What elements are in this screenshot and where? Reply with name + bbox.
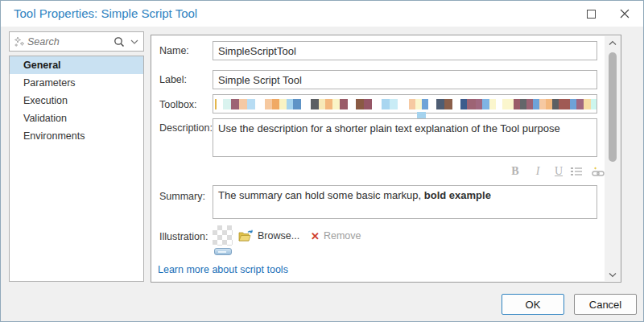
toolbox-strip-block	[476, 99, 482, 109]
vertical-scrollbar[interactable]	[605, 36, 621, 281]
sidebar-item-validation[interactable]: Validation	[10, 109, 143, 127]
maximize-icon	[587, 10, 596, 19]
toolbox-strip-block	[436, 99, 444, 109]
open-folder-icon	[238, 229, 254, 242]
summary-bold-text: bold example	[424, 189, 491, 201]
toolbox-strip-block	[452, 99, 460, 109]
italic-button[interactable]: I	[528, 163, 547, 180]
toolbox-strip-block	[570, 99, 576, 109]
toolbox-strip-block	[496, 99, 502, 109]
scrollbar-thumb[interactable]	[609, 52, 617, 162]
toolbox-strip-block	[301, 99, 311, 109]
toolbox-strip-block	[546, 99, 552, 109]
toolbox-strip-block	[539, 99, 546, 109]
summary-textarea[interactable]: The summary can hold some basic markup, …	[213, 185, 597, 219]
toolbox-strip-block	[559, 99, 570, 109]
bullet-list-icon	[570, 166, 589, 177]
toolbox-label: Toolbox:	[159, 99, 197, 110]
toolbox-strip-block	[325, 99, 332, 109]
close-icon	[620, 9, 630, 19]
toolbox-strip-block	[584, 99, 591, 109]
scroll-up-button[interactable]	[605, 36, 621, 49]
toolbox-strip-block	[482, 99, 489, 109]
title-bar: Tool Properties: Simple Script Tool	[1, 1, 643, 27]
toolbox-strip-block	[217, 99, 223, 109]
toolbox-strip-block	[552, 99, 559, 109]
toolbox-strip-block	[398, 99, 409, 109]
chevron-up-icon	[609, 40, 617, 46]
illustration-thumbnail	[213, 225, 233, 246]
toolbox-strip-block	[231, 99, 239, 109]
toolbox-strip-block	[239, 99, 247, 109]
remove-x-icon: ✕	[311, 230, 320, 242]
toolbox-strip-block	[382, 99, 390, 109]
toolbox-strip-block	[444, 99, 452, 109]
sparkle-icon	[14, 36, 26, 48]
label-input[interactable]	[213, 70, 597, 89]
summary-text: The summary can hold some basic markup,	[218, 189, 424, 201]
search-input[interactable]	[27, 33, 108, 50]
search-icon[interactable]	[113, 35, 126, 48]
close-button[interactable]	[609, 2, 640, 25]
sidebar-item-general[interactable]: General	[10, 56, 143, 74]
toolbox-strip-block	[279, 99, 287, 109]
remove-button[interactable]: ✕ Remove	[311, 227, 361, 245]
toolbox-strip-block	[223, 99, 231, 109]
toolbox-strip-block	[356, 99, 364, 109]
toolbox-strip-block	[415, 99, 422, 109]
toolbox-strip-block	[576, 99, 584, 109]
search-box	[9, 31, 144, 52]
toolbox-strip-block	[526, 99, 533, 109]
illustration-label: Illustration:	[159, 231, 208, 242]
toolbox-field[interactable]	[213, 94, 597, 114]
toolbox-strip-block	[340, 99, 348, 109]
toolbox-strip-block	[520, 99, 526, 109]
toolbox-strip-block	[364, 99, 372, 109]
toolbox-strip-block	[247, 99, 255, 109]
toolbox-strip-block	[390, 99, 398, 109]
toolbox-strip-block	[287, 99, 293, 109]
name-input[interactable]	[213, 41, 597, 60]
toolbox-strip-block	[372, 99, 382, 109]
settings-nav-list: GeneralParametersExecutionValidationEnvi…	[9, 56, 144, 282]
toolbox-strip-block	[265, 99, 272, 109]
toolbox-strip-block	[460, 99, 467, 109]
chevron-down-icon	[609, 272, 617, 278]
dialog-title: Tool Properties: Simple Script Tool	[14, 1, 197, 27]
toolbox-strip-block	[591, 99, 597, 109]
ok-button[interactable]: OK	[502, 294, 564, 315]
format-toolbar: B I U	[151, 163, 602, 180]
toolbox-strip-block	[255, 99, 265, 109]
general-settings-panel: Name: Label: Toolbox: Description: Use t…	[151, 35, 621, 283]
toolbox-strip-block	[311, 99, 319, 109]
underline-button[interactable]: U	[549, 163, 568, 180]
toolbox-strip-block	[533, 99, 539, 109]
toolbox-strip-block	[348, 99, 356, 109]
sidebar-item-execution[interactable]: Execution	[10, 92, 143, 109]
browse-label: Browse...	[258, 230, 299, 242]
toolbox-strip-block	[467, 99, 476, 109]
cancel-button[interactable]: Cancel	[574, 294, 637, 315]
search-options-chevron-icon[interactable]	[130, 38, 139, 46]
bullet-list-button[interactable]	[570, 163, 589, 180]
toolbox-strip-block	[422, 99, 428, 109]
maximize-button[interactable]	[576, 2, 606, 25]
toolbox-strip-block	[489, 99, 496, 109]
description-textarea[interactable]: Use the description for a shorter plain …	[213, 118, 597, 157]
sidebar-item-parameters[interactable]: Parameters	[10, 74, 143, 92]
browse-button[interactable]: Browse...	[238, 227, 299, 245]
toolbox-strip-block	[293, 99, 301, 109]
toolbox-strip-block	[319, 99, 325, 109]
toolbox-strip-block	[428, 99, 436, 109]
clipped-toolbox-icon	[214, 248, 232, 255]
sidebar-item-environments[interactable]: Environments	[10, 127, 143, 145]
summary-label: Summary:	[159, 191, 205, 202]
toolbox-strip-block	[514, 99, 520, 109]
bold-button[interactable]: B	[506, 163, 525, 180]
label-label: Label:	[159, 74, 187, 85]
learn-more-link[interactable]: Learn more about script tools	[158, 264, 288, 275]
scroll-down-button[interactable]	[605, 268, 621, 281]
name-label: Name:	[159, 45, 189, 56]
toolbox-strip-block	[332, 99, 340, 109]
toolbox-strip-block	[502, 99, 514, 109]
